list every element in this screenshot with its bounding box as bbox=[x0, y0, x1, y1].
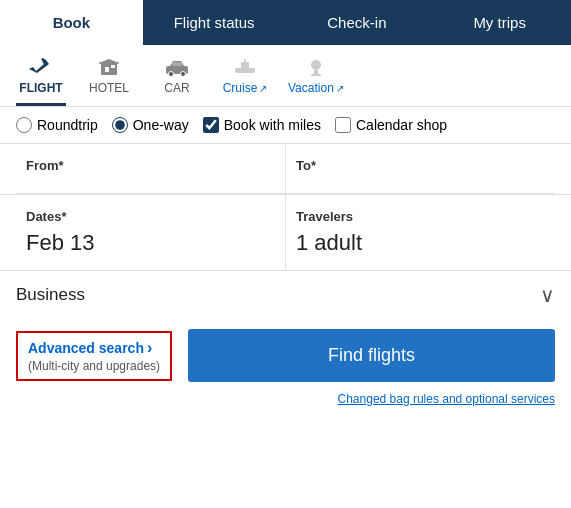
svg-rect-12 bbox=[311, 74, 321, 76]
calendar-shop-label: Calendar shop bbox=[356, 117, 447, 133]
subnav-cruise-label: Cruise ↗ bbox=[223, 81, 268, 95]
svg-rect-7 bbox=[235, 68, 255, 73]
advanced-search-label: Advanced search bbox=[28, 340, 144, 356]
from-to-row: From* To* bbox=[0, 143, 571, 194]
from-field[interactable]: From* bbox=[16, 144, 286, 194]
dates-value[interactable]: Feb 13 bbox=[26, 230, 275, 256]
calendar-shop-option[interactable]: Calendar shop bbox=[335, 117, 447, 133]
find-flights-button[interactable]: Find flights bbox=[188, 329, 555, 382]
top-navigation: Book Flight status Check-in My trips bbox=[0, 0, 571, 45]
tab-book[interactable]: Book bbox=[0, 0, 143, 45]
tab-check-in[interactable]: Check-in bbox=[286, 0, 429, 45]
to-field[interactable]: To* bbox=[286, 144, 555, 194]
svg-point-4 bbox=[169, 72, 174, 77]
trip-options-row: Roundtrip One-way Book with miles Calend… bbox=[0, 107, 571, 143]
cabin-selector[interactable]: Business ∨ bbox=[0, 270, 571, 319]
travelers-field[interactable]: Travelers 1 adult bbox=[286, 195, 555, 270]
to-label: To* bbox=[296, 158, 545, 173]
vacation-icon bbox=[302, 55, 330, 77]
changed-bag-rules-link[interactable]: Changed bag rules and optional services bbox=[338, 392, 555, 406]
subnav-vacation-label: Vacation ↗ bbox=[288, 81, 344, 95]
book-miles-checkbox[interactable] bbox=[203, 117, 219, 133]
book-miles-option[interactable]: Book with miles bbox=[203, 117, 321, 133]
subnav-hotel-label: HOTEL bbox=[89, 81, 129, 95]
svg-point-10 bbox=[311, 60, 321, 70]
svg-point-5 bbox=[181, 72, 186, 77]
action-row: Advanced search › (Multi-city and upgrad… bbox=[0, 319, 571, 388]
sub-navigation: FLIGHT HOTEL CAR Cruise ↗ bbox=[0, 45, 571, 107]
advanced-search-box[interactable]: Advanced search › (Multi-city and upgrad… bbox=[16, 331, 172, 381]
advanced-search-arrow-icon: › bbox=[147, 339, 152, 357]
chevron-down-icon: ∨ bbox=[540, 283, 555, 307]
subnav-flight[interactable]: FLIGHT bbox=[16, 55, 66, 106]
calendar-shop-checkbox[interactable] bbox=[335, 117, 351, 133]
dates-label: Dates* bbox=[26, 209, 275, 224]
subnav-flight-label: FLIGHT bbox=[19, 81, 62, 95]
svg-rect-6 bbox=[172, 62, 182, 66]
advanced-search-link[interactable]: Advanced search › bbox=[28, 339, 160, 357]
hotel-icon bbox=[95, 55, 123, 77]
roundtrip-radio[interactable] bbox=[16, 117, 32, 133]
roundtrip-label: Roundtrip bbox=[37, 117, 98, 133]
advanced-search-subtitle: (Multi-city and upgrades) bbox=[28, 359, 160, 373]
footer-note: Changed bag rules and optional services bbox=[0, 388, 571, 414]
roundtrip-option[interactable]: Roundtrip bbox=[16, 117, 98, 133]
tab-my-trips[interactable]: My trips bbox=[428, 0, 571, 45]
flight-icon bbox=[27, 55, 55, 77]
subnav-vacation[interactable]: Vacation ↗ bbox=[288, 55, 344, 106]
from-label: From* bbox=[26, 158, 275, 173]
subnav-hotel[interactable]: HOTEL bbox=[84, 55, 134, 106]
dates-field[interactable]: Dates* Feb 13 bbox=[16, 195, 286, 270]
subnav-car[interactable]: CAR bbox=[152, 55, 202, 106]
oneway-radio[interactable] bbox=[112, 117, 128, 133]
dates-travelers-row: Dates* Feb 13 Travelers 1 adult bbox=[0, 194, 571, 270]
oneway-option[interactable]: One-way bbox=[112, 117, 189, 133]
cabin-label: Business bbox=[16, 285, 85, 305]
oneway-label: One-way bbox=[133, 117, 189, 133]
subnav-car-label: CAR bbox=[164, 81, 189, 95]
svg-rect-2 bbox=[111, 65, 115, 68]
svg-rect-1 bbox=[105, 67, 109, 72]
tab-flight-status[interactable]: Flight status bbox=[143, 0, 286, 45]
car-icon bbox=[163, 55, 191, 77]
travelers-label: Travelers bbox=[296, 209, 545, 224]
subnav-cruise[interactable]: Cruise ↗ bbox=[220, 55, 270, 106]
travelers-value[interactable]: 1 adult bbox=[296, 230, 545, 256]
book-miles-label: Book with miles bbox=[224, 117, 321, 133]
cruise-icon bbox=[231, 55, 259, 77]
